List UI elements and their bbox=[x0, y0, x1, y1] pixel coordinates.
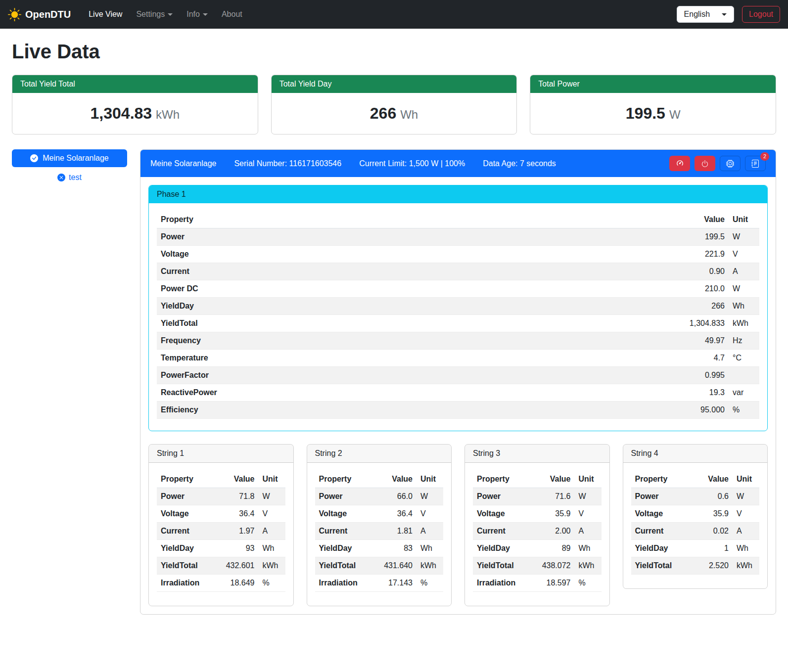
inverter-actions: 2 bbox=[669, 156, 766, 171]
value-cell: 71.6 bbox=[533, 488, 575, 505]
string-card-title: String 4 bbox=[623, 445, 768, 463]
unit-cell: % bbox=[259, 575, 285, 592]
nav-item-settings[interactable]: Settings bbox=[130, 6, 179, 23]
card-unit: kWh bbox=[156, 108, 180, 121]
sidebar-item-label: Meine Solaranlage bbox=[43, 154, 108, 163]
speedometer-icon bbox=[676, 159, 684, 168]
power-icon bbox=[701, 160, 709, 168]
property-cell: YieldDay bbox=[315, 540, 375, 557]
value-cell: 1.97 bbox=[217, 523, 259, 540]
table-row: YieldTotal438.072kWh bbox=[473, 557, 602, 575]
chevron-down-icon bbox=[168, 13, 173, 16]
table-row: Temperature4.7°C bbox=[157, 350, 759, 367]
inverter-serial: Serial Number: 116171603546 bbox=[234, 159, 341, 168]
property-header: Property bbox=[315, 471, 375, 488]
power-button[interactable] bbox=[695, 156, 715, 171]
event-log-button[interactable]: 2 bbox=[745, 156, 766, 171]
total-power-card: Total Power 199.5W bbox=[530, 75, 776, 134]
nav-item-label: Live View bbox=[89, 10, 122, 19]
unit-cell: % bbox=[729, 402, 759, 419]
card-value: 1,304.83 bbox=[91, 104, 152, 122]
table-row: PowerFactor0.995 bbox=[157, 367, 759, 384]
property-cell: Voltage bbox=[315, 505, 375, 523]
unit-cell: kWh bbox=[259, 557, 285, 575]
unit-header: Unit bbox=[575, 471, 602, 488]
brand[interactable]: OpenDTU bbox=[8, 8, 71, 21]
table-row: Power199.5W bbox=[157, 228, 759, 246]
top-navbar: OpenDTU Live View Settings Info About En… bbox=[0, 0, 788, 29]
sidebar-item-test[interactable]: test bbox=[12, 173, 127, 182]
unit-header: Unit bbox=[729, 211, 759, 228]
table-row: YieldDay1Wh bbox=[631, 540, 760, 557]
nav-item-info[interactable]: Info bbox=[181, 6, 214, 23]
language-value: English bbox=[684, 10, 710, 19]
table-row: Voltage36.4V bbox=[315, 505, 444, 523]
unit-cell: Wh bbox=[733, 540, 759, 557]
device-info-button[interactable] bbox=[720, 156, 741, 171]
property-cell: YieldTotal bbox=[157, 557, 217, 575]
property-header: Property bbox=[631, 471, 692, 488]
string-card-body: Property Value Unit Power71.8WVoltage36.… bbox=[149, 463, 293, 606]
property-cell: Efficiency bbox=[157, 402, 659, 419]
content-row: Meine Solaranlage test Meine Solaranlage… bbox=[12, 149, 776, 615]
card-value: 199.5 bbox=[626, 104, 665, 122]
unit-header: Unit bbox=[733, 471, 759, 488]
value-cell: 83 bbox=[375, 540, 417, 557]
phase-table: Property Value Unit Power199.5WVoltage22… bbox=[157, 211, 759, 419]
property-cell: Frequency bbox=[157, 332, 659, 350]
unit-cell: V bbox=[575, 505, 602, 523]
value-cell: 1,304.833 bbox=[659, 315, 729, 332]
value-cell: 66.0 bbox=[375, 488, 417, 505]
table-row: Voltage35.9V bbox=[473, 505, 602, 523]
value-cell: 35.9 bbox=[691, 505, 733, 523]
card-value-area: 1,304.83kWh bbox=[12, 93, 258, 134]
value-cell: 36.4 bbox=[217, 505, 259, 523]
cpu-icon bbox=[726, 160, 734, 168]
unit-header: Unit bbox=[417, 471, 443, 488]
phase-1-card: Phase 1 Property Value Unit Power199.5WV… bbox=[148, 185, 768, 431]
table-row: YieldDay83Wh bbox=[315, 540, 444, 557]
property-cell: Voltage bbox=[157, 505, 217, 523]
table-row: Frequency49.97Hz bbox=[157, 332, 759, 350]
unit-cell: V bbox=[733, 505, 759, 523]
nav-item-label: Settings bbox=[136, 10, 165, 19]
table-row: YieldDay93Wh bbox=[157, 540, 285, 557]
table-row: YieldDay89Wh bbox=[473, 540, 602, 557]
unit-cell: W bbox=[259, 488, 285, 505]
property-cell: YieldTotal bbox=[473, 557, 533, 575]
nav-item-live-view[interactable]: Live View bbox=[83, 6, 128, 23]
language-select[interactable]: English bbox=[677, 6, 734, 23]
property-cell: Voltage bbox=[631, 505, 692, 523]
nav-right: English Logout bbox=[677, 6, 780, 23]
table-row: Power DC210.0W bbox=[157, 280, 759, 298]
total-yield-total-card: Total Yield Total 1,304.83kWh bbox=[12, 75, 258, 134]
string-table: Property Value Unit Power71.8WVoltage36.… bbox=[157, 471, 285, 592]
property-cell: Current bbox=[157, 263, 659, 280]
inverter-limit: Current Limit: 1,500 W | 100% bbox=[359, 159, 465, 168]
unit-cell: A bbox=[259, 523, 285, 540]
value-header: Value bbox=[375, 471, 417, 488]
sidebar-item-meine-solaranlage[interactable]: Meine Solaranlage bbox=[12, 149, 127, 167]
value-cell: 1 bbox=[691, 540, 733, 557]
value-cell: 0.02 bbox=[691, 523, 733, 540]
value-cell: 4.7 bbox=[659, 350, 729, 367]
table-row: Current1.97A bbox=[157, 523, 285, 540]
unit-cell: kWh bbox=[733, 557, 759, 575]
limit-settings-button[interactable] bbox=[669, 156, 690, 171]
unit-cell: W bbox=[729, 280, 759, 298]
logout-button[interactable]: Logout bbox=[742, 6, 780, 23]
string-card-title: String 2 bbox=[307, 445, 452, 463]
table-row: Irradiation18.649% bbox=[157, 575, 285, 592]
unit-cell bbox=[729, 367, 759, 384]
property-cell: YieldTotal bbox=[315, 557, 375, 575]
table-row: Power66.0W bbox=[315, 488, 444, 505]
unit-cell: A bbox=[729, 263, 759, 280]
nav-item-about[interactable]: About bbox=[216, 6, 248, 23]
unit-cell: A bbox=[417, 523, 443, 540]
inverter-name: Meine Solaranlage bbox=[150, 159, 216, 168]
card-unit: W bbox=[669, 108, 681, 121]
brand-label: OpenDTU bbox=[25, 9, 71, 20]
unit-cell: var bbox=[729, 384, 759, 402]
inverter-sidebar: Meine Solaranlage test bbox=[12, 149, 127, 182]
card-value-area: 199.5W bbox=[530, 93, 776, 134]
